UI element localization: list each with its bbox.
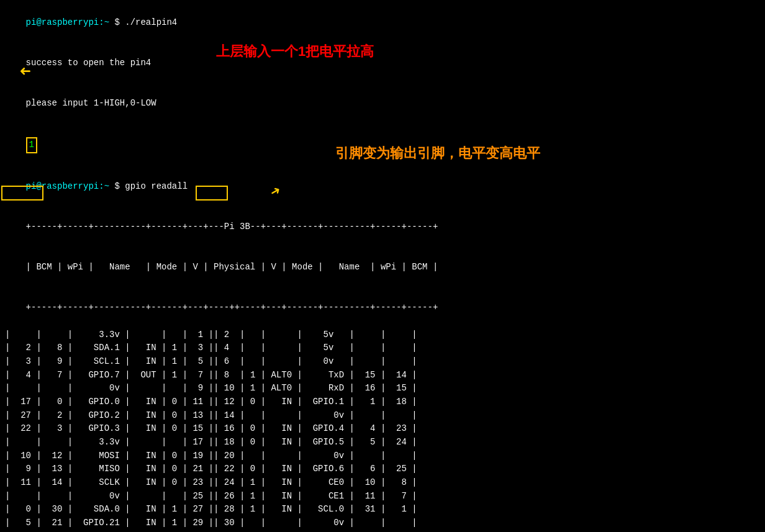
- input-line: 1: [5, 124, 760, 166]
- input-value: 1: [26, 137, 37, 153]
- prompt-1: pi@raspberrypi:~: [26, 17, 109, 27]
- table-row: | | | 0v | | | 25 || 26 | 1 | IN | CE1 |…: [5, 490, 760, 503]
- cmd-line-1: pi@raspberrypi:~ $ ./realpin4: [5, 2, 760, 43]
- terminal: pi@raspberrypi:~ $ ./realpin4 success to…: [0, 0, 765, 532]
- table-row: | 5 | 21 | GPIO.21 | IN | 1 | 29 || 30 |…: [5, 516, 760, 530]
- table-row: | 11 | 14 | SCLK | IN | 0 | 23 || 24 | 1…: [5, 476, 760, 490]
- table-row-gpio7: | 4 | 7 | GPIO.7 | OUT | 1 | 7 || 8 | 1 …: [5, 369, 760, 382]
- output-please: please input 1-HIGH,0-LOW: [5, 83, 760, 124]
- table-row: | | | 3.3v | | | 1 || 2 | | | 5v | | |: [5, 328, 760, 342]
- cmd-line-2: pi@raspberrypi:~ $ gpio readall: [5, 166, 760, 207]
- table-row: | 2 | 8 | SDA.1 | IN | 1 | 3 || 4 | | | …: [5, 341, 760, 355]
- table-row: | 22 | 3 | GPIO.3 | IN | 0 | 15 || 16 | …: [5, 422, 760, 436]
- table-row: | | | 3.3v | | | 17 || 18 | 0 | IN | GPI…: [5, 436, 760, 449]
- table-row: | 0 | 30 | SDA.0 | IN | 1 | 27 || 28 | 1…: [5, 503, 760, 516]
- table-row: | 9 | 13 | MISO | IN | 0 | 21 || 22 | 0 …: [5, 462, 760, 476]
- output-success: success to open the pin4: [5, 43, 760, 83]
- table-row: | 17 | 0 | GPIO.0 | IN | 0 | 11 || 12 | …: [5, 395, 760, 409]
- table-sep-top: +-----+-----+----------+------+---+---Pi…: [5, 207, 760, 247]
- table-row: | 3 | 9 | SCL.1 | IN | 1 | 5 || 6 | | | …: [5, 355, 760, 369]
- table-row: | 27 | 2 | GPIO.2 | IN | 0 | 13 || 14 | …: [5, 409, 760, 423]
- table-header-1: | BCM | wPi | Name | Mode | V | Physical…: [5, 247, 760, 287]
- table-row: | 10 | 12 | MOSI | IN | 0 | 19 || 20 | |…: [5, 449, 760, 463]
- table-row: | | | 0v | | | 9 || 10 | 1 | ALT0 | RxD …: [5, 382, 760, 395]
- table-sep-2: +-----+-----+----------+------+---+----+…: [5, 287, 760, 328]
- prompt-2: pi@raspberrypi:~: [26, 181, 109, 191]
